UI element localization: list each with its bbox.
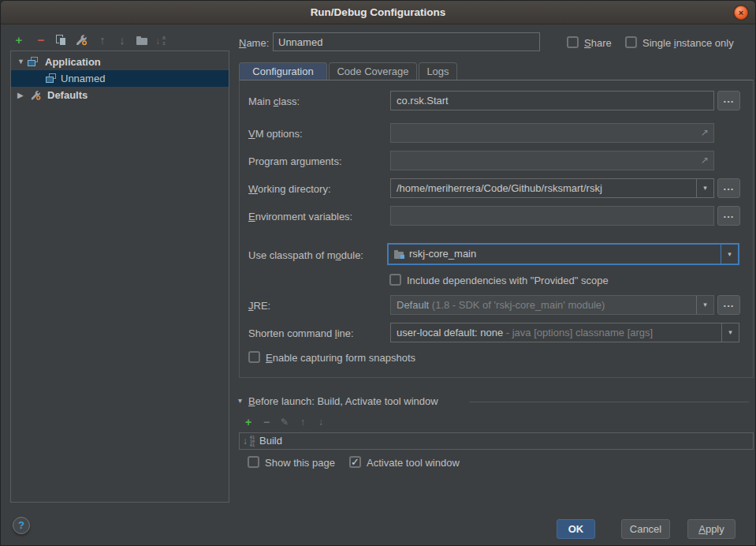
name-label: Name:	[239, 37, 269, 49]
tab-configuration[interactable]: Configuration	[239, 62, 327, 80]
working-directory-dropdown-icon[interactable]: ▾	[696, 179, 713, 197]
use-classpath-value: rskj-core_main	[409, 245, 476, 264]
working-directory-label: Working directory:	[248, 183, 331, 195]
single-instance-label: Single instance only	[642, 37, 734, 49]
defaults-wrench-icon	[30, 89, 42, 106]
tree-item-unnamed[interactable]: Unnamed	[11, 70, 229, 87]
before-launch-title: Before launch: Build, Activate tool wind…	[248, 395, 438, 407]
working-directory-browse-button[interactable]: ...	[717, 178, 740, 198]
run-debug-configurations-dialog: Run/Debug Configurations × + − ↑ ↓ ↓ az …	[0, 0, 756, 546]
shorten-value: user-local default: none	[397, 327, 503, 338]
main-class-browse-button[interactable]: ...	[717, 91, 740, 110]
jre-label: JRE:	[248, 300, 270, 312]
shorten-command-line-combobox[interactable]: user-local default: none - java [options…	[390, 323, 739, 342]
configurations-tree: ▼ Application Unnamed ▶ Defaults	[10, 50, 229, 503]
jre-hint: (1.8 - SDK of 'rskj-core_main' module)	[432, 299, 605, 311]
working-directory-combobox[interactable]: /home/meriherrera/Code/Github/rsksmart/r…	[390, 178, 714, 198]
show-this-page-label: Show this page	[265, 457, 335, 469]
name-input[interactable]	[273, 32, 540, 51]
environment-variables-input[interactable]	[390, 206, 714, 226]
use-classpath-combobox[interactable]: rskj-core_main ▾	[387, 243, 739, 265]
environment-variables-label: Environment variables:	[248, 211, 352, 223]
expand-field-icon[interactable]: ↗	[701, 152, 709, 169]
jre-browse-button[interactable]: ...	[717, 295, 740, 315]
application-type-icon	[28, 57, 40, 68]
shorten-dropdown-icon[interactable]: ▾	[721, 323, 739, 342]
activate-tool-window-label: Activate tool window	[367, 457, 460, 469]
tree-collapsed-icon[interactable]: ▶	[17, 87, 24, 103]
before-launch-divider	[469, 402, 749, 402]
before-launch-edit-icon[interactable]: ✎	[278, 416, 291, 428]
include-provided-label: Include dependencies with "Provided" sco…	[407, 275, 609, 286]
main-class-input[interactable]: co.rsk.Start	[390, 91, 714, 110]
vm-options-input[interactable]: ↗	[390, 123, 714, 143]
help-button[interactable]: ?	[13, 517, 30, 534]
close-icon: ×	[739, 8, 743, 17]
apply-button[interactable]: Apply	[687, 519, 736, 539]
ok-button[interactable]: OK	[557, 519, 595, 539]
move-up-icon[interactable]: ↑	[95, 33, 110, 47]
window-title: Run/Debug Configurations	[1, 1, 755, 24]
activate-tool-window-checkbox[interactable]: ✓	[349, 456, 361, 468]
before-launch-add-icon[interactable]: +	[242, 416, 255, 428]
show-this-page-checkbox[interactable]	[248, 456, 259, 468]
program-arguments-label: Program arguments:	[248, 155, 342, 167]
program-arguments-input[interactable]: ↗	[390, 151, 714, 170]
tree-item-defaults[interactable]: ▶ Defaults	[11, 87, 229, 103]
edit-defaults-wrench-icon[interactable]	[74, 33, 88, 47]
environment-variables-browse-button[interactable]: ...	[717, 206, 740, 226]
jre-combobox[interactable]: Default (1.8 - SDK of 'rskj-core_main' m…	[390, 295, 714, 315]
remove-configuration-icon[interactable]: −	[34, 33, 48, 47]
tree-item-label: Unnamed	[61, 70, 105, 87]
include-provided-checkbox[interactable]	[389, 274, 401, 286]
move-down-icon[interactable]: ↓	[115, 33, 129, 47]
tree-expanded-icon[interactable]: ▼	[17, 54, 24, 70]
application-type-icon	[46, 73, 58, 84]
use-classpath-label: Use classpath of module:	[248, 249, 363, 261]
jre-value: Default	[397, 299, 429, 311]
main-class-label: Main class:	[248, 95, 300, 107]
before-launch-remove-icon[interactable]: −	[260, 416, 273, 428]
build-task-icon: 011001 ↓	[244, 436, 257, 447]
capture-snapshots-label: Enable capturing form snapshots	[266, 352, 415, 364]
cancel-button[interactable]: Cancel	[621, 519, 670, 539]
help-icon: ?	[18, 519, 24, 531]
working-directory-value: /home/meriherrera/Code/Github/rsksmart/r…	[397, 182, 602, 194]
close-button[interactable]: ×	[734, 6, 748, 20]
add-configuration-icon[interactable]: +	[12, 33, 26, 47]
single-instance-checkbox[interactable]	[625, 36, 637, 48]
titlebar[interactable]: Run/Debug Configurations ×	[1, 1, 755, 24]
tree-item-application[interactable]: ▼ Application	[11, 54, 229, 70]
shorten-hint: - java [options] classname [args]	[506, 327, 653, 338]
use-classpath-dropdown-icon[interactable]: ▾	[721, 245, 738, 264]
shorten-command-line-label: Shorten command line:	[248, 327, 354, 339]
vm-options-label: VM options:	[248, 128, 303, 140]
share-checkbox[interactable]	[567, 36, 579, 48]
jre-dropdown-icon[interactable]: ▾	[696, 296, 713, 314]
before-launch-move-up-icon[interactable]: ↑	[296, 416, 309, 428]
before-launch-collapse-icon[interactable]: ▾	[238, 396, 242, 405]
expand-field-icon[interactable]: ↗	[701, 125, 709, 141]
tab-code-coverage[interactable]: Code Coverage	[329, 62, 417, 80]
module-icon	[394, 250, 405, 259]
tab-logs[interactable]: Logs	[419, 62, 457, 80]
tree-item-label: Defaults	[47, 87, 88, 103]
tree-item-label: Application	[45, 54, 101, 70]
capture-snapshots-checkbox[interactable]	[248, 351, 260, 363]
build-task-label: Build	[259, 433, 282, 449]
before-launch-task-list[interactable]: 011001 ↓ Build	[239, 432, 754, 450]
before-launch-move-down-icon[interactable]: ↓	[315, 416, 327, 428]
share-label: Share	[584, 37, 612, 49]
